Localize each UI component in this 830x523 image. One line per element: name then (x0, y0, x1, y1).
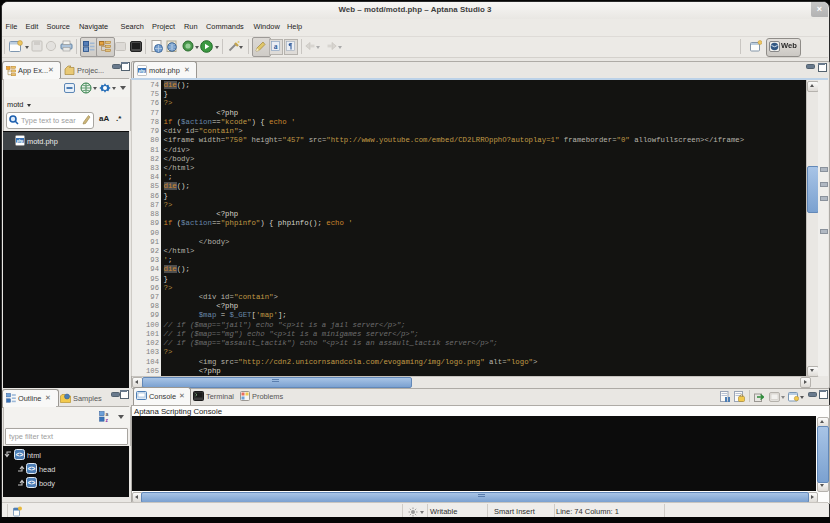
svg-text:z: z (106, 417, 109, 423)
svg-text:php: php (139, 69, 146, 73)
svg-text:<>: <> (16, 451, 24, 458)
svg-text:php: php (17, 139, 24, 143)
svg-text:<>: <> (28, 465, 36, 472)
svg-text:<>: <> (28, 479, 36, 486)
svg-text:¶: ¶ (288, 42, 292, 51)
svg-text:a: a (274, 42, 278, 51)
